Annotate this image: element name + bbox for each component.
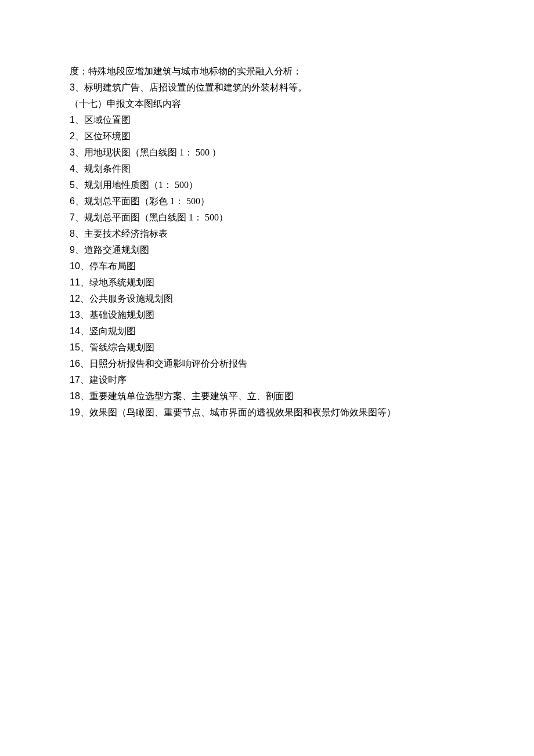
text-line: 18、重要建筑单位选型方案、主要建筑平、立、剖面图: [70, 388, 464, 404]
line-text: 规划总平面图（黑白线图 1： 500）: [84, 212, 228, 222]
line-text: 基础设施规划图: [89, 310, 154, 320]
line-text: 区位环境图: [84, 131, 131, 141]
line-number: 18、: [70, 391, 89, 401]
text-line: 1、区域位置图: [70, 112, 464, 128]
line-text: 主要技术经济指标表: [84, 229, 168, 238]
text-line: （十七）申报文本图纸内容: [70, 96, 464, 112]
line-number: 11、: [70, 277, 89, 287]
document-page: 度；特殊地段应增加建筑与城市地标物的实景融入分析；3、标明建筑广告、店招设置的位…: [0, 0, 534, 421]
text-line: 10、停车布局图: [70, 258, 464, 274]
text-line: 9、道路交通规划图: [70, 242, 464, 258]
line-text: 公共服务设施规划图: [89, 294, 173, 303]
line-number: 4、: [70, 164, 84, 173]
line-number: 5、: [70, 180, 84, 190]
line-text: 规划用地性质图（1： 500）: [84, 180, 198, 190]
line-number: 6、: [70, 196, 84, 206]
line-text: 停车布局图: [89, 261, 136, 271]
text-line: 14、竖向规划图: [70, 323, 464, 339]
line-text: 规划总平面图（彩色 1： 500）: [84, 196, 210, 206]
line-text: 标明建筑广告、店招设置的位置和建筑的外装材料等。: [84, 82, 307, 92]
line-text: （十七）申报文本图纸内容: [70, 99, 181, 108]
document-body: 度；特殊地段应增加建筑与城市地标物的实景融入分析；3、标明建筑广告、店招设置的位…: [70, 63, 464, 421]
line-number: 16、: [70, 359, 89, 368]
text-line: 7、规划总平面图（黑白线图 1： 500）: [70, 209, 464, 226]
line-number: 19、: [70, 407, 89, 417]
line-number: 9、: [70, 245, 84, 255]
text-line: 13、基础设施规划图: [70, 307, 464, 323]
text-line: 12、公共服务设施规划图: [70, 291, 464, 307]
line-number: 7、: [70, 212, 84, 222]
line-number: 12、: [70, 294, 89, 303]
text-line: 6、规划总平面图（彩色 1： 500）: [70, 193, 464, 209]
text-line: 16、日照分析报告和交通影响评价分析报告: [70, 356, 464, 372]
text-line: 4、规划条件图: [70, 161, 464, 177]
text-line: 3、标明建筑广告、店招设置的位置和建筑的外装材料等。: [70, 79, 464, 96]
line-number: 17、: [70, 375, 89, 385]
text-line: 5、规划用地性质图（1： 500）: [70, 177, 464, 193]
line-number: 2、: [70, 131, 84, 141]
line-text: 日照分析报告和交通影响评价分析报告: [89, 359, 247, 368]
line-number: 3、: [70, 82, 84, 92]
line-number: 8、: [70, 229, 84, 238]
line-text: 区域位置图: [84, 115, 131, 125]
line-text: 规划条件图: [84, 164, 131, 173]
line-text: 道路交通规划图: [84, 245, 149, 255]
line-number: 3、: [70, 147, 84, 157]
line-text: 度；特殊地段应增加建筑与城市地标物的实景融入分析；: [70, 66, 302, 76]
line-text: 建设时序: [89, 375, 127, 385]
text-line: 11、绿地系统规划图: [70, 274, 464, 291]
text-line: 2、区位环境图: [70, 128, 464, 144]
line-number: 10、: [70, 261, 89, 271]
line-number: 14、: [70, 326, 89, 336]
line-text: 绿地系统规划图: [89, 277, 154, 287]
text-line: 8、主要技术经济指标表: [70, 226, 464, 242]
line-text: 效果图（鸟瞰图、重要节点、城市界面的透视效果图和夜景灯饰效果图等）: [89, 407, 396, 417]
line-number: 15、: [70, 342, 89, 352]
line-text: 管线综合规划图: [89, 342, 154, 352]
line-text: 重要建筑单位选型方案、主要建筑平、立、剖面图: [89, 391, 294, 401]
line-number: 13、: [70, 310, 89, 320]
text-line: 3、用地现状图（黑白线图 1： 500 ）: [70, 144, 464, 161]
text-line: 度；特殊地段应增加建筑与城市地标物的实景融入分析；: [70, 63, 464, 79]
text-line: 17、建设时序: [70, 372, 464, 388]
line-number: 1、: [70, 115, 84, 125]
text-line: 15、管线综合规划图: [70, 339, 464, 356]
text-line: 19、效果图（鸟瞰图、重要节点、城市界面的透视效果图和夜景灯饰效果图等）: [70, 404, 464, 421]
line-text: 竖向规划图: [89, 326, 136, 336]
line-text: 用地现状图（黑白线图 1： 500 ）: [84, 147, 221, 157]
